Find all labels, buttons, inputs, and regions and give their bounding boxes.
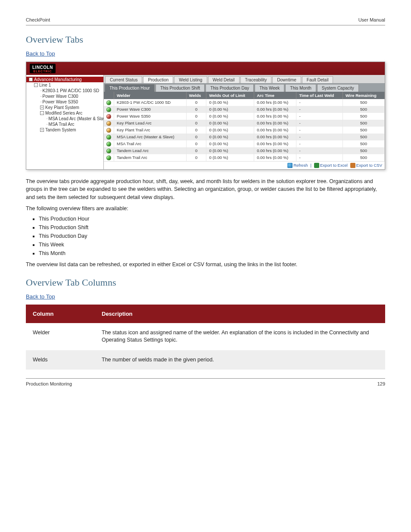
tree-item[interactable]: -Advanced Manufacturing [26,77,103,82]
tab[interactable]: Weld Detail [208,76,240,83]
tree-item[interactable]: ·· Power Wave C300 [26,93,103,99]
embedded-screenshot: LINCOLN ELECTRIC -Advanced Manufacturing… [26,62,385,170]
tree-item[interactable]: ·· MSA Lead Arc (Master & Slave) [26,116,103,121]
doc-header-left: CheckPoint [26,17,50,22]
column-name: Welds [26,350,95,370]
cell: 0 [186,120,206,127]
tree-item-label: Tandem System [45,128,76,132]
grid-column-header[interactable]: Welds [186,92,206,99]
cell: 0 (0.00 %) [206,134,254,140]
columns-table: Column Description WelderThe status icon… [26,305,385,370]
cell: 500 [342,147,384,154]
tree-item-label: Line 1 [39,83,51,87]
subtab[interactable]: This Production Shift [156,84,205,92]
grid-column-header[interactable]: Time of Last Weld [296,92,343,99]
tree-expander-icon[interactable]: - [40,111,44,115]
cell: 0.00 hrs (0.00 %) [254,134,296,140]
subtab-bar: This Production HourThis Production Shif… [104,83,385,92]
cell: 0.00 hrs (0.00 %) [254,106,296,113]
footer-left: Production Monitoring [26,381,72,386]
cell: MSA Trail Arc [114,140,187,147]
cell: 0 (0.00 %) [206,147,254,154]
tab[interactable]: Fault Detail [302,76,333,83]
cell: 500 [342,113,384,120]
cell: 0 [186,106,206,113]
cell: 0 [186,134,206,140]
tab-bar: Current StatusProductionWeld ListingWeld… [104,75,385,83]
tab[interactable]: Downtime [272,76,301,83]
data-grid: WelderWeldsWelds Out of LimitArc TimeTim… [104,92,385,169]
cell: 0.00 hrs (0.00 %) [254,99,296,106]
tree-expander-icon[interactable]: + [40,106,44,109]
tree-item[interactable]: -Line 1 [26,82,103,88]
back-to-top-link[interactable]: Back to Top [26,50,55,57]
tree-item[interactable]: ·· MSA Trail Arc [26,121,103,127]
tree-item[interactable]: -Modified Series Arc [26,110,103,116]
tab[interactable]: Production [143,76,173,83]
export-excel-link[interactable]: Export to Excel [314,163,348,168]
solution-explorer-tree: -Advanced Manufacturing-Line 1·· K2803-1… [26,75,104,169]
grid-column-header[interactable]: Welds Out of Limit [206,92,254,99]
tab[interactable]: Weld Listing [174,76,207,83]
cell: 0 [186,154,206,161]
cell: 500 [342,120,384,127]
cell: 0.00 hrs (0.00 %) [254,147,296,154]
table-row[interactable]: Power Wave S35000 (0.00 %)0.00 hrs (0.00… [104,113,385,120]
table-row[interactable]: Key Plant Trail Arc00 (0.00 %)0.00 hrs (… [104,127,385,134]
cell: 0 [186,99,206,106]
tab[interactable]: Traceability [240,76,272,83]
grid-header-row: WelderWeldsWelds Out of LimitArc TimeTim… [104,92,385,99]
cell: 0 [186,147,206,154]
subtab[interactable]: This Week [255,84,284,92]
subtab[interactable]: This Production Hour [105,84,155,92]
cell: - [296,154,343,161]
table-row[interactable]: MSA Trail Arc00 (0.00 %)0.00 hrs (0.00 %… [104,140,385,147]
cell: - [296,127,343,134]
refresh-icon [287,163,293,168]
export-csv-link[interactable]: Export to CSV [350,163,382,168]
tab[interactable]: Current Status [105,76,142,83]
table-row[interactable]: Key Plant Lead Arc00 (0.00 %)0.00 hrs (0… [104,120,385,127]
footer-right: 129 [377,381,385,386]
filters-list: This Production HourThis Production Shif… [39,216,385,256]
subtab[interactable]: This Month [285,84,316,92]
list-item: This Week [39,242,385,248]
list-item: This Production Day [39,233,385,239]
table-row: WelderThe status icon and assigned name … [26,323,385,350]
cell: Power Wave S350 [114,113,187,120]
status-icon [106,114,111,119]
subtab[interactable]: System Capacity [317,84,359,92]
table-row[interactable]: MSA Lead Arc (Master & Slave)00 (0.00 %)… [104,134,385,140]
list-item: This Production Hour [39,216,385,222]
tree-expander-icon[interactable]: + [40,128,44,132]
tree-item[interactable]: +Key Plant System [26,105,103,110]
table-row[interactable]: K2803-1 PW AC/DC 1000 SD00 (0.00 %)0.00 … [104,99,385,106]
subtab[interactable]: This Production Day [206,84,254,92]
back-to-top-link[interactable]: Back to Top [26,293,55,300]
cell: 500 [342,127,384,134]
cell: 500 [342,106,384,113]
tree-expander-icon[interactable]: - [34,83,38,87]
grid-column-header[interactable]: Welder [114,92,187,99]
status-icon [106,100,111,105]
doc-header-right: User Manual [358,17,385,22]
tree-item[interactable]: +Tandem System [26,127,103,133]
app-body: -Advanced Manufacturing-Line 1·· K2803-1… [26,75,385,169]
tree-item[interactable]: ·· Power Wave S350 [26,99,103,105]
status-icon [106,121,111,126]
status-icon [106,107,111,112]
grid-column-header[interactable]: Arc Time [254,92,296,99]
grid-column-header[interactable]: Wire Remaining [342,92,384,99]
refresh-link[interactable]: Refresh [287,163,308,168]
table-row[interactable]: Power Wave C30000 (0.00 %)0.00 hrs (0.00… [104,106,385,113]
grid-footer: Refresh | Export to Excel Export to CSV [104,161,385,169]
status-icon [106,142,111,146]
status-icon [106,135,111,140]
table-row[interactable]: Tandem Trail Arc00 (0.00 %)0.00 hrs (0.0… [104,154,385,161]
logo-sub: ELECTRIC [32,70,53,73]
table-row[interactable]: Tandem Lead Arc00 (0.00 %)0.00 hrs (0.00… [104,147,385,154]
cell: K2803-1 PW AC/DC 1000 SD [114,99,187,106]
tree-item[interactable]: ·· K2803-1 PW AC/DC 1000 SD [26,88,103,93]
column-description: The status icon and assigned name of the… [95,323,385,350]
tree-expander-icon[interactable]: - [29,78,33,81]
